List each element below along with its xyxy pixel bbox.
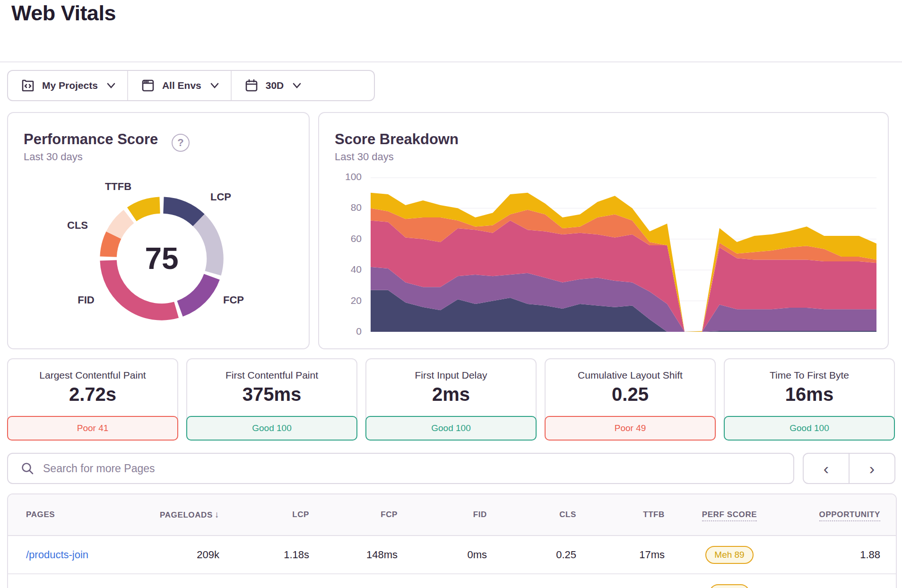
metric-value: 2.72s [8, 384, 177, 405]
filter-bar: My Projects All Envs 30D [7, 70, 375, 101]
column-header-lcp[interactable]: LCP [226, 494, 316, 536]
metric-value: 16ms [725, 384, 894, 405]
environment-filter[interactable]: All Envs [128, 71, 232, 100]
performance-score-card: Performance Score ? Last 30 days 75 TTFB… [7, 112, 310, 349]
column-header-opportunity[interactable]: Opportunity [787, 494, 896, 536]
metric-value: 2ms [366, 384, 536, 405]
project-filter-label: My Projects [42, 80, 98, 91]
column-header-perf-score[interactable]: Perf Score [672, 494, 787, 536]
cell-cls: 0.25 [494, 536, 583, 574]
score-breakdown-subtitle: Last 30 days [335, 151, 394, 163]
sort-descending-icon: ↓ [215, 510, 219, 519]
metric-label: Time To First Byte [725, 370, 894, 381]
metric-card-fcp[interactable]: First Contentful Paint 375ms Good 100 [186, 358, 357, 441]
projects-icon [20, 78, 35, 93]
metric-value: 375ms [187, 384, 356, 405]
calendar-icon [244, 78, 259, 93]
date-range-filter[interactable]: 30D [232, 71, 313, 100]
metric-label: Cumulative Layout Shift [546, 370, 715, 381]
metric-label: First Input Delay [366, 370, 536, 381]
cell-ttfb: 17ms [583, 536, 672, 574]
perf-score-badge: Meh 89 [705, 546, 753, 564]
perf-score-badge-partial: Meh [709, 584, 750, 588]
y-axis-label: 100 [329, 171, 362, 182]
column-header-fid[interactable]: FID [405, 494, 494, 536]
metric-card-fid[interactable]: First Input Delay 2ms Good 100 [365, 358, 537, 441]
cell-pageloads: 209k [140, 536, 226, 574]
metric-card-ttfb[interactable]: Time To First Byte 16ms Good 100 [724, 358, 895, 441]
status-badge: Good 100 [724, 416, 895, 441]
table-row: /products-join 209k 1.18s 148ms 0ms 0.25… [8, 536, 896, 574]
ring-label-lcp: LCP [210, 191, 231, 203]
project-filter[interactable]: My Projects [8, 71, 128, 100]
chevron-down-icon [106, 82, 116, 89]
column-header-cls[interactable]: CLS [494, 494, 583, 536]
performance-score-subtitle: Last 30 days [24, 151, 83, 163]
y-axis-label: 80 [329, 202, 362, 213]
cell-fid: 0ms [405, 536, 494, 574]
metric-label: First Contentful Paint [187, 370, 356, 381]
environment-filter-label: All Envs [162, 80, 201, 91]
cell-lcp: 1.18s [226, 536, 316, 574]
y-axis-label: 20 [329, 295, 362, 306]
ring-label-ttfb: TTFB [105, 181, 131, 193]
next-page-button[interactable]: › [850, 454, 894, 483]
pagination: ‹ › [803, 453, 895, 484]
metric-card-cls[interactable]: Cumulative Layout Shift 0.25 Poor 49 [545, 358, 716, 441]
header-divider [0, 61, 902, 62]
prev-page-button[interactable]: ‹ [804, 454, 850, 483]
metric-card-lcp[interactable]: Largest Contentful Paint 2.72s Poor 41 [7, 358, 178, 441]
window-icon [140, 78, 156, 93]
table-row-partial: Meh [8, 574, 896, 588]
score-breakdown-title: Score Breakdown [335, 131, 459, 148]
status-badge: Good 100 [186, 416, 357, 441]
chevron-down-icon [292, 82, 302, 89]
metric-value: 0.25 [546, 384, 715, 405]
performance-score-value: 75 [95, 192, 228, 325]
date-range-filter-label: 30D [266, 80, 284, 91]
performance-score-ring: 75 [95, 192, 228, 325]
cell-fcp: 148ms [316, 536, 405, 574]
search-input[interactable] [43, 462, 793, 475]
cell-opportunity: 1.88 [787, 536, 896, 574]
status-badge: Poor 41 [7, 416, 178, 441]
performance-score-title: Performance Score [24, 131, 158, 148]
y-axis-label: 0 [329, 326, 362, 337]
ring-label-cls: CLS [67, 219, 88, 232]
ring-label-fid: FID [78, 294, 94, 306]
page-link[interactable]: /products-join [26, 549, 88, 561]
metric-label: Largest Contentful Paint [8, 370, 177, 381]
y-axis-label: 40 [329, 264, 362, 275]
pages-table: Pages Pageloads↓ LCP FCP FID CLS TTFB Pe… [7, 493, 897, 588]
search-icon [20, 461, 35, 476]
score-breakdown-card: Score Breakdown Last 30 days 02040608010… [318, 112, 889, 349]
page-search [7, 453, 794, 484]
status-badge: Good 100 [365, 416, 537, 441]
column-header-fcp[interactable]: FCP [316, 494, 405, 536]
ring-label-fcp: FCP [223, 294, 244, 306]
y-axis-label: 60 [329, 233, 362, 244]
chevron-down-icon [210, 82, 219, 89]
table-header-row: Pages Pageloads↓ LCP FCP FID CLS TTFB Pe… [8, 494, 896, 536]
score-breakdown-chart [371, 177, 876, 332]
help-icon[interactable]: ? [172, 134, 190, 152]
status-badge: Poor 49 [545, 416, 716, 441]
page-title: Web Vitals [11, 1, 116, 26]
column-header-pageloads[interactable]: Pageloads↓ [140, 494, 226, 536]
column-header-ttfb[interactable]: TTFB [583, 494, 672, 536]
column-header-pages[interactable]: Pages [8, 494, 140, 536]
